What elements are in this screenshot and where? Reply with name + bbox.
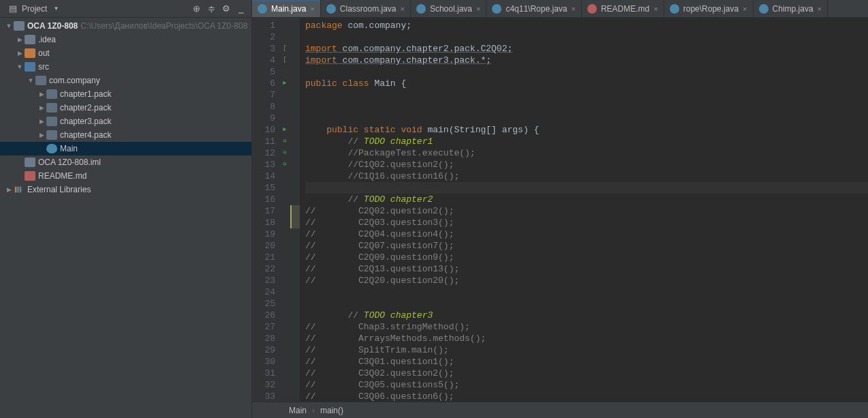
package-chapter3.pack[interactable]: chapter3.pack	[0, 115, 251, 128]
project-tree[interactable]: OCA 1Z0-808C:\Users\Данилов\IdeaProjects…	[0, 18, 251, 418]
idea-folder[interactable]: .idea	[0, 33, 251, 46]
root-name: OCA 1Z0-808	[27, 21, 78, 31]
src-folder[interactable]: src	[0, 60, 251, 74]
breadcrumb-bar: Main › main()	[252, 402, 868, 418]
tab-Classroom.java[interactable]: Classroom.java×	[321, 0, 411, 17]
close-tab-icon[interactable]: ×	[476, 5, 480, 13]
java-file-icon	[416, 4, 426, 14]
svg-rect-2	[20, 187, 22, 193]
tab-School.java[interactable]: School.java×	[411, 0, 486, 17]
tab-Main.java[interactable]: Main.java×	[252, 0, 321, 17]
scroll-target-icon[interactable]: ⊕	[190, 3, 202, 15]
project-root[interactable]: OCA 1Z0-808C:\Users\Данилов\IdeaProjects…	[0, 19, 251, 33]
project-tool-header: ▤ Project ▼ ⊕ ≑ ⚙ ⎯	[0, 0, 251, 18]
collapse-icon[interactable]: ≑	[205, 3, 217, 15]
package-chapter1.pack[interactable]: chapter1.pack	[0, 87, 251, 101]
close-tab-icon[interactable]: ×	[653, 5, 657, 13]
readme-file[interactable]: README.md	[0, 169, 251, 183]
java-file-icon	[326, 4, 336, 14]
tab-README.md[interactable]: README.md×	[582, 0, 664, 17]
tab-c4q11\Rope.java[interactable]: c4q11\Rope.java×	[486, 0, 582, 17]
root-path: C:\Users\Данилов\IdeaProjects\OCA 1Z0-80…	[80, 21, 247, 31]
line-numbers[interactable]: 1234567891011121314151617181920212223242…	[252, 18, 279, 402]
close-tab-icon[interactable]: ×	[818, 5, 822, 13]
svg-rect-1	[17, 187, 19, 193]
breadcrumb-class[interactable]: Main	[289, 406, 307, 415]
close-tab-icon[interactable]: ×	[572, 5, 576, 13]
code-area[interactable]: package com.company;import com.company.c…	[300, 18, 868, 402]
iml-file[interactable]: OCA 1Z0-808.iml	[0, 155, 251, 169]
breadcrumb-method[interactable]: main()	[320, 406, 343, 415]
java-file-icon	[759, 4, 769, 14]
out-folder[interactable]: out	[0, 46, 251, 60]
close-tab-icon[interactable]: ×	[310, 5, 314, 13]
hide-icon[interactable]: ⎯	[235, 3, 247, 15]
bookmark-strip	[290, 18, 300, 402]
editor-body[interactable]: 1234567891011121314151617181920212223242…	[252, 18, 868, 402]
main-class[interactable]: Main	[0, 142, 251, 155]
package-root[interactable]: com.company	[0, 74, 251, 87]
gutter-marks[interactable]: [[▶▶⊖⊖⊖	[279, 18, 290, 402]
editor-tabs: Main.java×Classroom.java×School.java×c4q…	[252, 0, 868, 18]
project-icon: ▤	[7, 3, 19, 15]
tool-window-title: Project	[19, 4, 47, 14]
md-file-icon	[587, 4, 597, 14]
breadcrumb-sep: ›	[312, 406, 315, 415]
close-tab-icon[interactable]: ×	[401, 5, 405, 13]
editor-area: Main.java×Classroom.java×School.java×c4q…	[252, 0, 868, 418]
package-chapter4.pack[interactable]: chapter4.pack	[0, 128, 251, 142]
dropdown-icon[interactable]: ▼	[50, 3, 62, 15]
external-libraries[interactable]: External Libraries	[0, 183, 251, 196]
java-file-icon	[670, 4, 679, 14]
close-tab-icon[interactable]: ×	[743, 5, 747, 13]
project-tool-window: ▤ Project ▼ ⊕ ≑ ⚙ ⎯ OCA 1Z0-808C:\Users\…	[0, 0, 252, 418]
package-chapter2.pack[interactable]: chapter2.pack	[0, 101, 251, 115]
gear-icon[interactable]: ⚙	[220, 3, 232, 15]
tab-rope\Rope.java[interactable]: rope\Rope.java×	[664, 0, 754, 17]
java-file-icon	[258, 4, 267, 14]
svg-rect-0	[15, 187, 17, 193]
tab-Chimp.java[interactable]: Chimp.java×	[754, 0, 828, 17]
java-file-icon	[492, 4, 501, 14]
